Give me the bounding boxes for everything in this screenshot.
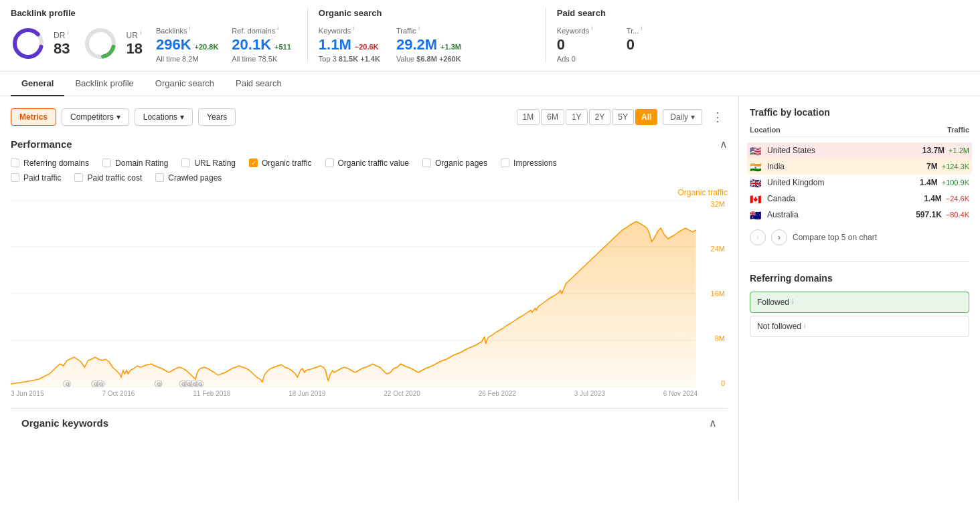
competitors-button[interactable]: Competitors ▾ bbox=[62, 108, 129, 126]
metric-checkbox-referring-domains[interactable] bbox=[11, 159, 19, 167]
main-content: Metrics Competitors ▾ Locations ▾ Years … bbox=[0, 96, 980, 500]
metric-checkbox-crawled-pages[interactable] bbox=[155, 173, 164, 182]
metric-referring-domains[interactable]: Referring domains bbox=[11, 159, 89, 168]
x-label-0: 3 Jun 2015 bbox=[11, 390, 44, 397]
more-options-button[interactable]: ⋮ bbox=[708, 107, 728, 127]
time-period-group: 1M 6M 1Y 2Y 5Y All bbox=[517, 109, 658, 125]
info-icon-followed: i bbox=[792, 298, 793, 306]
dr-label: DR i bbox=[54, 29, 70, 40]
metric-checkbox-organic-pages[interactable] bbox=[422, 159, 431, 167]
chevron-down-icon: ▾ bbox=[691, 112, 695, 122]
metric-url-rating[interactable]: URL Rating bbox=[181, 159, 236, 168]
y-label-0: 0 bbox=[700, 379, 725, 387]
country-ca: Canada bbox=[767, 194, 924, 203]
paid-search-title: Paid search bbox=[557, 8, 691, 18]
collapse-performance-button[interactable]: ∧ bbox=[720, 138, 728, 150]
ref-domain-followed[interactable]: Followed i bbox=[750, 292, 969, 313]
organic-keywords-change: −20.6K bbox=[355, 43, 379, 51]
locations-button[interactable]: Locations ▾ bbox=[135, 108, 193, 126]
traffic-by-location-title: Traffic by location bbox=[750, 107, 969, 118]
tab-backlink-profile[interactable]: Backlink profile bbox=[64, 72, 144, 96]
right-panel: Traffic by location Location Traffic 🇺🇸 … bbox=[739, 96, 980, 500]
organic-traffic-value: 29.2M bbox=[396, 36, 437, 54]
metric-checkbox-impressions[interactable] bbox=[501, 159, 509, 167]
traffic-change-in: +124.3K bbox=[942, 163, 969, 171]
metric-label-referring-domains: Referring domains bbox=[23, 159, 89, 168]
metric-checkbox-domain-rating[interactable] bbox=[102, 159, 111, 167]
metric-checkbox-url-rating[interactable] bbox=[181, 159, 190, 167]
traffic-by-location-section: Traffic by location Location Traffic 🇺🇸 … bbox=[750, 107, 969, 245]
top-stats-bar: Backlink profile DR i 83 bbox=[0, 0, 980, 72]
metric-domain-rating[interactable]: Domain Rating bbox=[102, 159, 168, 168]
years-button[interactable]: Years bbox=[198, 108, 236, 126]
svg-text:G: G bbox=[66, 382, 70, 387]
country-gb: United Kingdom bbox=[767, 178, 920, 187]
time-2y[interactable]: 2Y bbox=[589, 109, 611, 125]
traffic-change-ca: −24.6K bbox=[946, 195, 969, 203]
time-all[interactable]: All bbox=[635, 109, 657, 125]
nav-prev-button[interactable]: ‹ bbox=[750, 229, 766, 245]
nav-next-button[interactable]: › bbox=[771, 229, 787, 245]
collapse-organic-keywords-button[interactable]: ∧ bbox=[709, 417, 717, 429]
traffic-change-us: +1.2M bbox=[949, 146, 969, 154]
time-6m[interactable]: 6M bbox=[541, 109, 564, 125]
organic-traffic-subtext: Value $6.8M +260K bbox=[396, 55, 461, 63]
time-1y[interactable]: 1Y bbox=[566, 109, 588, 125]
backlink-profile-title: Backlink profile bbox=[11, 8, 291, 18]
tab-organic-search[interactable]: Organic search bbox=[145, 72, 225, 96]
metrics-button[interactable]: Metrics bbox=[11, 108, 56, 126]
metric-impressions[interactable]: Impressions bbox=[501, 159, 557, 168]
traffic-change-gb: +100.9K bbox=[942, 179, 969, 187]
traffic-row-us[interactable]: 🇺🇸 United States 13.7M +1.2M bbox=[747, 142, 972, 159]
paid-traffic-value: 0 bbox=[627, 36, 680, 54]
svg-point-1 bbox=[15, 30, 42, 57]
flag-au: 🇦🇺 bbox=[750, 210, 762, 219]
organic-traffic-label: Traffic i bbox=[396, 25, 461, 35]
metric-paid-traffic-cost[interactable]: Paid traffic cost bbox=[74, 173, 142, 183]
metric-paid-traffic[interactable]: Paid traffic bbox=[11, 173, 61, 183]
metric-checkbox-paid-traffic-cost[interactable] bbox=[74, 173, 83, 182]
metric-checkbox-organic-traffic[interactable]: ✓ bbox=[249, 159, 258, 167]
dr-value: 83 bbox=[54, 40, 70, 58]
metric-label-domain-rating: Domain Rating bbox=[115, 159, 168, 168]
organic-keywords-value: 1.1M bbox=[319, 36, 351, 54]
ur-value: 18 bbox=[126, 40, 142, 58]
interval-dropdown[interactable]: Daily ▾ bbox=[663, 109, 702, 125]
paid-traffic-label: Tr... i bbox=[627, 25, 680, 35]
ref-domain-not-followed[interactable]: Not followed i bbox=[750, 316, 969, 337]
traffic-row-in[interactable]: 🇮🇳 India 7M +124.3K bbox=[747, 159, 972, 175]
flag-us: 🇺🇸 bbox=[750, 146, 762, 154]
svg-text:G: G bbox=[198, 382, 202, 387]
tab-paid-search[interactable]: Paid search bbox=[225, 72, 293, 96]
x-label-7: 6 Nov 2024 bbox=[663, 390, 698, 397]
svg-text:G: G bbox=[157, 382, 161, 387]
time-5y[interactable]: 5Y bbox=[612, 109, 634, 125]
traffic-row-au[interactable]: 🇦🇺 Australia 597.1K −80.4K bbox=[750, 207, 969, 223]
traffic-row-ca[interactable]: 🇨🇦 Canada 1.4M −24.6K bbox=[750, 191, 969, 207]
backlinks-change: +20.8K bbox=[195, 43, 219, 51]
traffic-gb: 1.4M bbox=[920, 178, 938, 187]
ref-domains-subtext: All time 78.5K bbox=[232, 55, 291, 63]
backlinks-value: 296K bbox=[156, 36, 191, 54]
tab-general[interactable]: General bbox=[11, 72, 64, 96]
time-1m[interactable]: 1M bbox=[517, 109, 540, 125]
x-label-3: 18 Jun 2019 bbox=[289, 390, 325, 397]
referring-domains-title: Referring domains bbox=[750, 273, 969, 284]
organic-traffic-change: +1.3M bbox=[440, 43, 461, 51]
metric-organic-traffic-value[interactable]: Organic traffic value bbox=[325, 159, 410, 168]
metric-crawled-pages[interactable]: Crawled pages bbox=[155, 173, 222, 183]
metric-organic-traffic[interactable]: ✓ Organic traffic bbox=[249, 159, 311, 168]
ref-domains-list: Followed i Not followed i bbox=[750, 292, 969, 337]
y-label-24m: 24M bbox=[700, 245, 725, 253]
chevron-down-icon: ▾ bbox=[116, 112, 120, 122]
paid-keywords-subtext: Ads 0 bbox=[557, 55, 610, 63]
compare-nav: ‹ › Compare top 5 on chart bbox=[750, 229, 969, 245]
nav-tabs: General Backlink profile Organic search … bbox=[0, 72, 980, 96]
country-au: Australia bbox=[767, 210, 916, 219]
metric-organic-pages[interactable]: Organic pages bbox=[422, 159, 487, 168]
metric-checkbox-paid-traffic[interactable] bbox=[11, 173, 19, 182]
backlinks-subtext: All time 8.2M bbox=[156, 55, 218, 63]
metric-checkbox-organic-traffic-value[interactable] bbox=[325, 159, 334, 167]
metric-label-paid-traffic: Paid traffic bbox=[23, 173, 61, 183]
traffic-row-gb[interactable]: 🇬🇧 United Kingdom 1.4M +100.9K bbox=[750, 175, 969, 191]
